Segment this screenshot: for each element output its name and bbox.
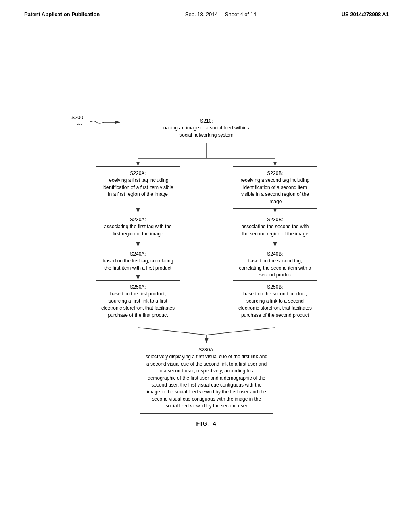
s250b-label: S250B:: [267, 284, 283, 290]
s220b-label: S220B:: [267, 170, 283, 176]
s220b-text: receiving a second tag including identif…: [241, 177, 310, 204]
s230a-text: associating the first tag with the first…: [104, 224, 171, 236]
s250a-box: S250A: based on the first product, sourc…: [96, 280, 180, 322]
s220b-box: S220B: receiving a second tag including …: [233, 166, 317, 209]
s280a-label: S280A:: [198, 347, 214, 353]
diagram-container: S200 〜 S210: loading an image to a socia…: [49, 29, 364, 416]
s250b-box: S250B: based on the second product, sour…: [233, 280, 317, 322]
s200-label: S200: [71, 115, 83, 121]
s230a-box: S230A: associating the first tag with th…: [96, 213, 180, 241]
s240b-box: S240B: based on the second tag, correlat…: [233, 247, 317, 283]
header-center: Sep. 18, 2014 Sheet 4 of 14: [185, 11, 256, 17]
s250a-label: S250A:: [130, 284, 146, 290]
header-sheet: Sheet 4 of 14: [225, 11, 256, 17]
page-header: Patent Application Publication Sep. 18, …: [0, 0, 413, 25]
s210-box: S210: loading an image to a social feed …: [152, 114, 261, 142]
s220a-text: receiving a first tag including identifi…: [102, 177, 173, 197]
s230b-text: associating the second tag with the seco…: [242, 224, 309, 236]
s210-label: S210:: [200, 118, 213, 124]
s250b-text: based on the second product, sourcing a …: [238, 291, 312, 318]
s240a-label: S240A:: [130, 251, 146, 257]
svg-line-13: [206, 328, 275, 335]
s250a-text: based on the first product, sourcing a f…: [101, 291, 175, 318]
s220a-label: S220A:: [130, 170, 146, 176]
s240a-box: S240A: based on the first tag, correlati…: [96, 247, 180, 275]
s200-squiggle: 〜: [77, 121, 82, 129]
s240a-text: based on the first tag, correlating the …: [103, 258, 173, 270]
header-right: US 2014/278998 A1: [342, 11, 389, 17]
s230b-box: S230B: associating the second tag with t…: [233, 213, 317, 241]
page: Patent Application Publication Sep. 18, …: [0, 0, 413, 532]
s240b-label: S240B:: [267, 251, 283, 257]
s210-text: loading an image to a social feed within…: [162, 125, 250, 137]
s280a-text: selectively displaying a first visual cu…: [146, 354, 267, 409]
header-left: Patent Application Publication: [24, 11, 100, 17]
s220a-box: S220A: receiving a first tag including i…: [96, 166, 180, 202]
svg-line-12: [138, 328, 206, 335]
header-date: Sep. 18, 2014: [185, 11, 218, 17]
s240b-text: based on the second tag, correlating the…: [239, 258, 311, 278]
s230a-label: S230A:: [130, 217, 146, 222]
s230b-label: S230B:: [267, 217, 283, 222]
s280a-box: S280A: selectively displaying a first vi…: [140, 343, 273, 414]
fig-label: FIG. 4: [0, 420, 413, 427]
